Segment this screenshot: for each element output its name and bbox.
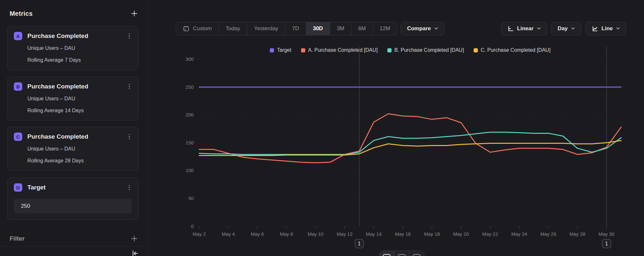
x-axis-label: May 24 — [511, 231, 527, 237]
annotation-badge[interactable]: 1 — [355, 239, 364, 248]
metric-menu-button[interactable] — [127, 133, 132, 141]
chart-size-small-button[interactable] — [409, 251, 424, 256]
plus-icon — [131, 10, 138, 17]
x-axis-label: May 14 — [366, 231, 382, 237]
add-metric-button[interactable] — [130, 10, 138, 17]
metric-card-title-row: A Purchase Completed — [14, 32, 132, 40]
target-card[interactable]: D Target 250 — [7, 178, 138, 220]
x-axis-label: May 28 — [570, 231, 585, 237]
x-axis-label: May 8 — [280, 231, 293, 237]
metrics-sidebar: Metrics A Purchase Completed Unique User… — [0, 0, 148, 256]
line-chart-canvas[interactable]: 050100150200250300May 2May 4May 6May 8Ma… — [148, 0, 644, 256]
target-value-input[interactable]: 250 — [14, 199, 132, 214]
metric-card-b[interactable]: B Purchase Completed Unique Users – DAU … — [7, 77, 138, 121]
metric-rolling-average: Rolling Average 7 Days — [27, 57, 132, 63]
y-axis-label: 300 — [186, 56, 194, 62]
metric-menu-button[interactable] — [127, 32, 132, 40]
chart-size-small-icon — [413, 254, 421, 256]
y-axis-label: 200 — [186, 112, 194, 117]
svg-text:1: 1 — [358, 241, 361, 246]
sidebar-header: Metrics — [10, 10, 138, 17]
chart-size-medium-icon — [398, 254, 406, 256]
add-filter-button[interactable] — [130, 235, 138, 242]
metric-badge-b: B — [14, 82, 22, 91]
metric-card-title-row: C Purchase Completed — [14, 133, 132, 141]
metrics-dashboard: Metrics A Purchase Completed Unique User… — [0, 0, 644, 256]
metric-title: Purchase Completed — [27, 83, 122, 90]
y-axis-label: 50 — [188, 196, 194, 201]
metric-measure: Unique Users – DAU — [27, 146, 132, 152]
target-card-title-row: D Target — [14, 183, 132, 192]
filter-section: Filter — [10, 235, 138, 242]
x-axis-label: May 10 — [308, 231, 323, 237]
chart-size-large-icon — [383, 254, 391, 256]
collapse-left-icon — [132, 250, 139, 256]
x-axis-label: May 22 — [482, 231, 498, 237]
x-axis-label: May 12 — [337, 231, 353, 237]
metric-measure: Unique Users – DAU — [27, 45, 132, 51]
collapse-sidebar-button[interactable] — [132, 250, 139, 256]
metric-title: Purchase Completed — [27, 32, 122, 40]
metric-badge-a: A — [14, 32, 22, 40]
chart-size-medium-button[interactable] — [394, 251, 410, 256]
metric-rolling-average: Rolling Average 28 Days — [27, 158, 132, 164]
chart-size-control — [379, 251, 424, 256]
x-axis-label: May 30 — [599, 231, 614, 237]
metric-measure: Unique Users – DAU — [27, 96, 132, 102]
x-axis-label: May 20 — [453, 231, 469, 237]
svg-text:1: 1 — [605, 241, 608, 246]
y-axis-label: 0 — [191, 224, 194, 229]
chart-size-large-button[interactable] — [379, 251, 394, 256]
metric-title: Purchase Completed — [27, 133, 122, 140]
x-axis-label: May 6 — [251, 231, 264, 237]
metric-card-a[interactable]: A Purchase Completed Unique Users – DAU … — [7, 26, 138, 70]
x-axis-label: May 2 — [193, 231, 206, 237]
y-axis-label: 250 — [186, 84, 194, 90]
metric-menu-button[interactable] — [127, 184, 132, 192]
x-axis-label: May 4 — [222, 231, 235, 237]
x-axis-label: May 18 — [424, 231, 440, 237]
metric-badge-c: C — [14, 133, 22, 141]
x-axis-label: May 16 — [395, 231, 411, 237]
metric-card-c[interactable]: C Purchase Completed Unique Users – DAU … — [7, 127, 138, 171]
metric-rolling-average: Rolling Average 14 Days — [27, 108, 132, 114]
y-axis-label: 100 — [186, 168, 194, 173]
filter-label: Filter — [10, 235, 24, 242]
plus-icon — [131, 235, 138, 242]
metric-badge-d: D — [14, 183, 22, 192]
metrics-title: Metrics — [10, 10, 33, 17]
metric-card-title-row: B Purchase Completed — [14, 82, 132, 91]
metric-menu-button[interactable] — [127, 83, 132, 91]
sidebar-footer — [0, 246, 148, 256]
target-title: Target — [27, 184, 122, 191]
x-axis-label: May 26 — [540, 231, 556, 237]
annotation-badge[interactable]: 1 — [602, 239, 611, 248]
y-axis-label: 150 — [186, 140, 194, 145]
